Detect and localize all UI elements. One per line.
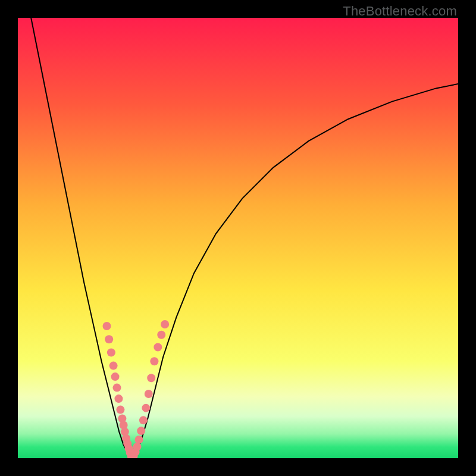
left-branch-markers-point bbox=[114, 394, 123, 403]
chart-svg bbox=[18, 18, 458, 458]
left-branch-markers-point bbox=[116, 406, 124, 414]
right-branch-markers-point bbox=[137, 427, 145, 435]
right-branch-markers-point bbox=[145, 390, 153, 398]
right-branch-markers-point bbox=[147, 374, 155, 382]
right-branch-markers-point bbox=[135, 436, 143, 444]
watermark-text: TheBottleneck.com bbox=[343, 4, 457, 19]
right-branch-markers-point bbox=[157, 331, 165, 339]
right-branch-markers-point bbox=[142, 404, 150, 412]
chart-frame: TheBottleneck.com bbox=[0, 0, 476, 476]
chart-background bbox=[18, 18, 458, 458]
right-branch-markers-point bbox=[161, 320, 169, 328]
left-branch-markers-point bbox=[102, 322, 111, 330]
left-branch-markers-point bbox=[113, 384, 121, 392]
right-branch-markers-point bbox=[150, 357, 158, 365]
left-branch-markers-point bbox=[111, 372, 120, 381]
right-branch-markers-point bbox=[154, 343, 162, 352]
left-branch-markers-point bbox=[105, 335, 113, 343]
left-branch-markers-point bbox=[107, 348, 115, 356]
right-branch-markers-point bbox=[133, 443, 142, 451]
right-branch-markers-point bbox=[139, 416, 148, 424]
plot-area bbox=[18, 18, 458, 458]
left-branch-markers-point bbox=[109, 362, 118, 370]
